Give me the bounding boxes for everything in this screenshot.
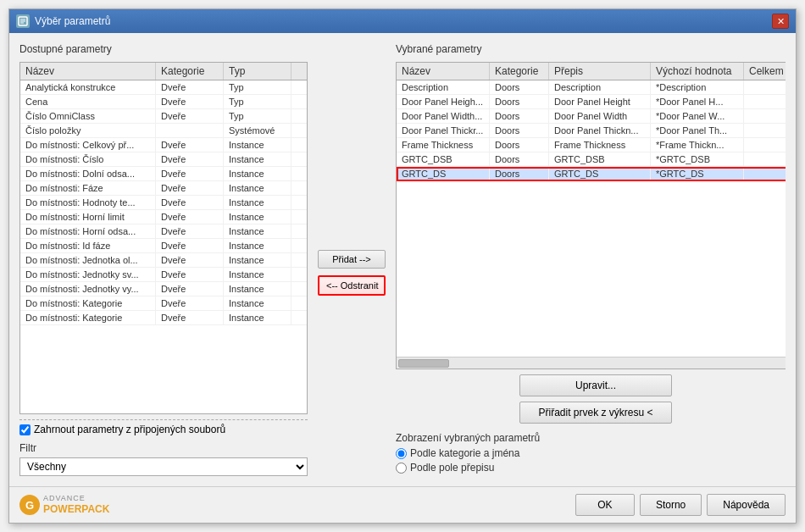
table-row[interactable]: Analytická konstrukce Dveře Typ: [20, 80, 307, 95]
left-table-header: Název Kategorie Typ: [20, 63, 307, 80]
filter-select[interactable]: Všechny: [19, 457, 308, 476]
left-row-type: Instance: [224, 167, 291, 180]
display-label: Zobrazení vybraných parametrů: [396, 432, 786, 444]
window-icon: [16, 14, 30, 28]
right-row-vychozi: *Frame Thickn...: [651, 138, 744, 152]
table-row[interactable]: Do místnosti: Kategorie Dveře Instance: [20, 296, 307, 311]
right-row-prepis: Description: [549, 80, 651, 94]
table-row[interactable]: Do místnosti: Jednotky vy... Dveře Insta…: [20, 282, 307, 296]
table-row[interactable]: Door Panel Thickr... Doors Door Panel Th…: [397, 124, 786, 138]
main-window: Výběr parametrů ✕ Dostupné parametry Náz…: [8, 8, 797, 524]
right-table-body[interactable]: Description Doors Description *Descripti…: [397, 80, 786, 357]
right-scrollbar-horizontal[interactable]: [397, 357, 786, 369]
left-row-name: Do místnosti: Hodnoty te...: [20, 196, 156, 209]
left-row-type: Instance: [224, 152, 291, 166]
available-params-table: Název Kategorie Typ Analytická konstrukc…: [19, 62, 308, 414]
left-row-category: Dveře: [156, 167, 224, 180]
right-row-category: Doors: [490, 152, 549, 166]
left-row-name: Číslo položky: [20, 124, 156, 137]
table-row[interactable]: Do místnosti: Celkový př... Dveře Instan…: [20, 138, 307, 152]
left-col-name-header: Název: [20, 63, 156, 80]
close-button[interactable]: ✕: [772, 14, 789, 29]
left-row-name: Do místnosti: Jednotka ol...: [20, 253, 156, 267]
table-row[interactable]: Door Panel Heigh... Doors Door Panel Hei…: [397, 95, 786, 109]
table-row[interactable]: Číslo položky Systémové: [20, 124, 307, 138]
help-button[interactable]: Nápověda: [707, 494, 786, 516]
title-bar: Výběr parametrů ✕: [9, 9, 796, 33]
right-row-celkem: [744, 109, 786, 123]
left-row-name: Číslo OmniClass: [20, 109, 156, 123]
left-row-type: Instance: [224, 196, 291, 209]
table-row[interactable]: Do místnosti: Hodnoty te... Dveře Instan…: [20, 196, 307, 210]
right-table-header: Název Kategorie Přepis Výchozí hodnota C…: [397, 63, 786, 80]
table-row[interactable]: GRTC_DSB Doors GRTC_DSB *GRTC_DSB: [397, 152, 786, 167]
table-row[interactable]: Do místnosti: Jednotka ol... Dveře Insta…: [20, 253, 307, 268]
table-row[interactable]: Do místnosti: Jednotky sv... Dveře Insta…: [20, 268, 307, 282]
remove-button[interactable]: <-- Odstranit: [318, 275, 386, 296]
table-row[interactable]: Cena Dveře Typ: [20, 95, 307, 109]
left-col-type-header: Typ: [224, 63, 291, 80]
left-row-type: Instance: [224, 239, 291, 252]
logo-text: ADVANCE POWERPACK: [43, 494, 109, 515]
ok-button[interactable]: OK: [575, 494, 635, 516]
radio-row-2: Podle pole přepisu: [396, 462, 786, 474]
left-row-category: Dveře: [156, 181, 224, 195]
right-section-label: Vybrané parametry: [396, 43, 786, 55]
right-row-category: Doors: [490, 95, 549, 108]
left-row-name: Do místnosti: Celkový př...: [20, 138, 156, 152]
left-row-category: Dveře: [156, 80, 224, 94]
table-row[interactable]: Do místnosti: Horní limit Dveře Instance: [20, 210, 307, 224]
table-row[interactable]: Frame Thickness Doors Frame Thickness *F…: [397, 138, 786, 152]
table-row[interactable]: Do místnosti: Fáze Dveře Instance: [20, 181, 307, 196]
left-panel: Dostupné parametry Název Kategorie Typ A…: [19, 43, 308, 476]
edit-button[interactable]: Upravit...: [519, 374, 672, 396]
left-row-type: Typ: [224, 95, 291, 108]
left-row-category: [156, 124, 224, 137]
table-row[interactable]: Description Doors Description *Descripti…: [397, 80, 786, 95]
table-row[interactable]: Do místnosti: Číslo Dveře Instance: [20, 152, 307, 167]
table-row[interactable]: Do místnosti: Dolní odsa... Dveře Instan…: [20, 167, 307, 181]
table-row[interactable]: GRTC_DS Doors GRTC_DS *GRTC_DS: [397, 167, 786, 181]
table-row[interactable]: Číslo OmniClass Dveře Typ: [20, 109, 307, 124]
left-row-type: Instance: [224, 268, 291, 281]
left-row-type: Instance: [224, 138, 291, 152]
right-row-prepis: Door Panel Width: [549, 109, 651, 123]
left-row-name: Cena: [20, 95, 156, 108]
right-row-vychozi: *Door Panel Th...: [651, 124, 744, 137]
left-table-body[interactable]: Analytická konstrukce Dveře Typ Cena Dve…: [20, 80, 307, 413]
left-row-category: Dveře: [156, 239, 224, 252]
include-checkbox[interactable]: [19, 424, 31, 435]
filter-label: Filtr: [19, 442, 308, 454]
table-row[interactable]: Do místnosti: Horní odsa... Dveře Instan…: [20, 224, 307, 239]
right-row-prepis: GRTC_DSB: [549, 152, 651, 166]
footer-logo: G ADVANCE POWERPACK: [19, 494, 109, 515]
right-bottom-buttons: Upravit... Přiřadit prvek z výkresu < Zo…: [396, 374, 786, 476]
right-row-prepis: Door Panel Height: [549, 95, 651, 108]
cancel-button[interactable]: Storno: [640, 494, 702, 516]
table-row[interactable]: Do místnosti: Kategorie Dveře Instance: [20, 311, 307, 325]
right-row-name: GRTC_DSB: [397, 152, 490, 166]
left-row-category: Dveře: [156, 268, 224, 281]
left-row-type: Instance: [224, 210, 291, 224]
radio-prepis[interactable]: [396, 463, 407, 474]
right-row-name: Frame Thickness: [397, 138, 490, 152]
assign-btn-row: Přiřadit prvek z výkresu <: [396, 402, 786, 424]
radio-category[interactable]: [396, 448, 407, 459]
right-row-name: Door Panel Width...: [397, 109, 490, 123]
window-title: Výběr parametrů: [35, 15, 110, 27]
left-row-category: Dveře: [156, 210, 224, 224]
right-row-celkem: [744, 152, 786, 166]
right-row-prepis: GRTC_DS: [549, 167, 651, 180]
right-row-vychozi: *Door Panel W...: [651, 109, 744, 123]
left-row-type: Instance: [224, 181, 291, 195]
right-row-celkem: [744, 138, 786, 152]
right-row-name: Description: [397, 80, 490, 94]
logo-advance: ADVANCE: [43, 494, 109, 503]
add-button[interactable]: Přidat -->: [318, 250, 386, 269]
table-row[interactable]: Do místnosti: Id fáze Dveře Instance: [20, 239, 307, 253]
scrollbar-thumb[interactable]: [398, 359, 449, 368]
include-checkbox-row: Zahrnout parametry z připojených souborů: [19, 419, 308, 439]
table-row[interactable]: Door Panel Width... Doors Door Panel Wid…: [397, 109, 786, 124]
assign-button[interactable]: Přiřadit prvek z výkresu <: [519, 402, 672, 424]
left-row-category: Dveře: [156, 224, 224, 238]
